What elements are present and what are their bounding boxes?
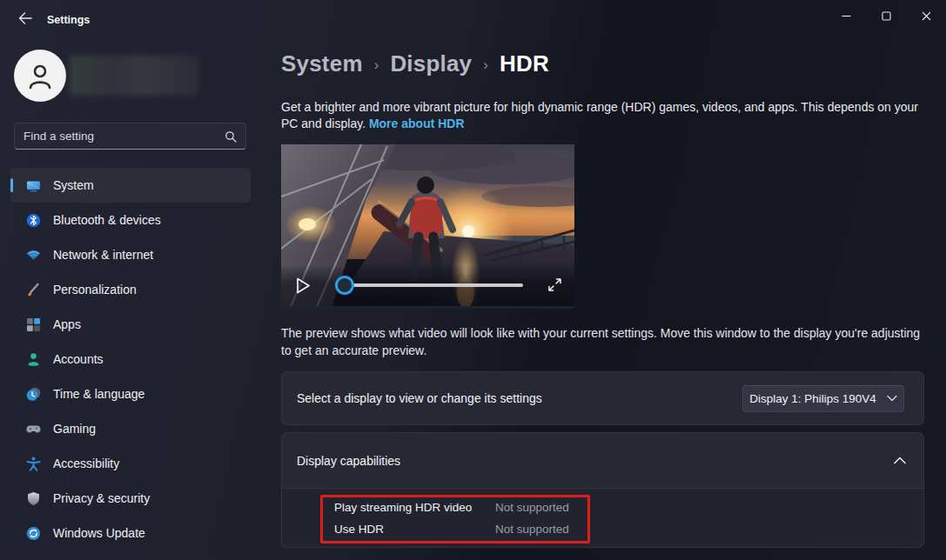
video-controls-bar <box>281 266 574 306</box>
sidebar-item-label: Apps <box>53 317 81 331</box>
sidebar-item-apps[interactable]: Apps <box>10 307 251 342</box>
breadcrumb-display[interactable]: Display <box>390 50 472 77</box>
sidebar-item-label: Time & language <box>53 387 144 401</box>
fullscreen-icon[interactable] <box>547 277 562 292</box>
chevron-down-icon <box>887 395 897 402</box>
video-seek-bar[interactable] <box>335 283 523 287</box>
play-icon[interactable] <box>296 277 311 294</box>
video-letterbox <box>281 306 574 309</box>
maximize-icon <box>882 11 891 21</box>
sidebar-item-system[interactable]: System <box>10 168 251 203</box>
apps-icon <box>26 317 41 332</box>
accessibility-icon <box>26 457 41 471</box>
time-language-icon <box>26 387 41 402</box>
bluetooth-icon <box>26 213 41 228</box>
selected-accent-pill <box>10 178 13 192</box>
capability-label: Use HDR <box>334 523 495 536</box>
privacy-icon <box>26 491 41 506</box>
sidebar-item-bluetooth-devices[interactable]: Bluetooth & devices <box>10 203 251 237</box>
preview-note: The preview shows what video will look l… <box>281 325 927 359</box>
hdr-video-preview[interactable] <box>281 144 574 309</box>
chevron-right-icon: › <box>483 54 488 74</box>
maximize-button[interactable] <box>866 0 906 31</box>
capability-row: Use HDR Not supported <box>282 518 923 540</box>
sidebar-item-label: Network & internet <box>53 248 153 262</box>
back-arrow-icon <box>18 12 32 24</box>
sidebar-item-label: Bluetooth & devices <box>53 213 161 227</box>
accounts-icon <box>26 352 41 367</box>
network-icon <box>26 248 41 263</box>
window-controls <box>826 0 946 31</box>
sidebar-item-label: Privacy & security <box>53 491 150 505</box>
capability-row: Play streaming HDR video Not supported <box>282 497 923 518</box>
capability-value: Not supported <box>495 523 569 536</box>
display-select-dropdown[interactable]: Display 1: Philips 190V4 <box>742 385 904 412</box>
chevron-right-icon: › <box>374 54 379 74</box>
seek-thumb[interactable] <box>335 276 354 295</box>
sidebar-item-time-language[interactable]: Time & language <box>10 377 251 411</box>
avatar-icon <box>25 61 55 90</box>
dropdown-value: Display 1: Philips 190V4 <box>749 392 876 405</box>
display-capabilities-title: Display capabilities <box>297 454 894 468</box>
settings-window: Settings Syste <box>0 0 946 560</box>
chevron-up-icon <box>894 457 906 464</box>
capability-label: Play streaming HDR video <box>334 501 495 514</box>
window-title: Settings <box>47 14 90 26</box>
system-icon <box>26 178 41 193</box>
sidebar-item-accounts[interactable]: Accounts <box>10 342 251 377</box>
sidebar-item-label: Accessibility <box>53 457 119 470</box>
sidebar-item-label: Personalization <box>53 283 137 297</box>
sidebar-item-label: Windows Update <box>53 526 145 540</box>
minimize-icon <box>842 11 851 21</box>
close-button[interactable] <box>906 0 946 31</box>
personalization-icon <box>26 283 41 297</box>
breadcrumb: System › Display › HDR <box>281 50 549 77</box>
avatar[interactable] <box>14 50 66 102</box>
display-select-label: Select a display to view or change its s… <box>297 391 742 405</box>
display-capabilities-card: Display capabilities Play streaming HDR … <box>281 432 924 548</box>
display-capabilities-header[interactable]: Display capabilities <box>282 433 923 488</box>
display-select-card: Select a display to view or change its s… <box>281 371 924 425</box>
titlebar: Settings <box>0 0 946 35</box>
sidebar-item-label: System <box>53 178 94 192</box>
display-capabilities-body: Play streaming HDR video Not supported U… <box>282 488 923 548</box>
windows-update-icon <box>26 526 41 541</box>
minimize-button[interactable] <box>826 0 866 31</box>
search-input[interactable] <box>23 130 225 143</box>
page-description: Get a brighter and more vibrant picture … <box>281 99 927 132</box>
sidebar-item-privacy-security[interactable]: Privacy & security <box>10 481 251 516</box>
sidebar-item-accessibility[interactable]: Accessibility <box>10 446 251 481</box>
sidebar-item-gaming[interactable]: Gaming <box>10 411 251 446</box>
sidebar-item-windows-update[interactable]: Windows Update <box>10 516 251 550</box>
search-icon <box>225 130 237 143</box>
sidebar-item-label: Accounts <box>53 352 104 366</box>
breadcrumb-system[interactable]: System <box>281 50 363 77</box>
back-button[interactable] <box>12 9 38 28</box>
user-name-redacted <box>70 56 198 96</box>
more-about-hdr-link[interactable]: More about HDR <box>369 117 465 130</box>
sidebar-nav: System Bluetooth & devices Network & int… <box>10 168 251 550</box>
search-box[interactable] <box>14 123 246 150</box>
sidebar-item-network-internet[interactable]: Network & internet <box>10 237 251 272</box>
sidebar-item-personalization[interactable]: Personalization <box>10 272 251 307</box>
close-icon <box>922 11 931 21</box>
page-title: HDR <box>500 50 549 77</box>
sidebar-item-label: Gaming <box>53 422 96 436</box>
capability-value: Not supported <box>495 501 569 514</box>
gaming-icon <box>26 422 41 437</box>
